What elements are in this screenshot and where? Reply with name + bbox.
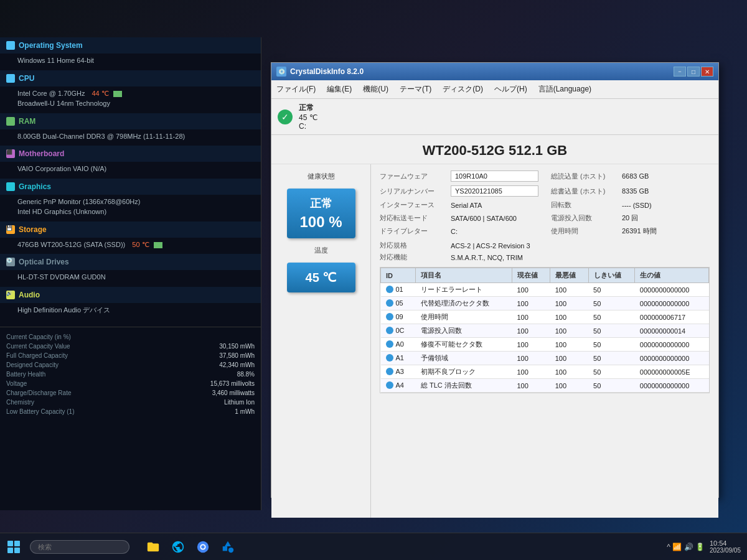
taskbar-search-input[interactable] [30, 540, 129, 554]
audio-icon: 🔊 [6, 291, 15, 299]
menu-bar[interactable]: ファイル(F)編集(E)機能(U)テーマ(T)ディスク(D)ヘルプ(H)言語(L… [271, 80, 718, 99]
ram-value: 8.00GB Dual-Channel DDR3 @ 798MHz (11-11… [0, 129, 261, 144]
taskbar-date: 2023/09/05 [710, 547, 741, 554]
audio-label: Audio [19, 291, 40, 299]
rotation-label: 回転数 [551, 200, 619, 210]
taskbar-app-explorer[interactable] [142, 536, 164, 558]
health-box: 正常 100 % [287, 189, 355, 238]
info-grid: ファームウェア 109R10A0 総読込量 (ホスト) 6683 GB シリアル… [380, 170, 710, 236]
gpu-details: Generic PnP Monitor (1366x768@60Hz) Inte… [0, 195, 261, 219]
battery-row: Current Capacity Value30,150 mWh [0, 342, 261, 351]
smart-col-現在値: 現在値 [512, 268, 550, 283]
firmware-label: ファームウェア [380, 172, 448, 181]
storage-icon: 💾 [6, 225, 15, 234]
taskbar-app-store[interactable] [217, 536, 239, 558]
total-write-label: 総書込量 (ホスト) [551, 187, 619, 196]
gpu-label: Graphics [19, 182, 51, 191]
smart-row: 05代替処理済のセクタ数100100500000000000000 [381, 297, 709, 310]
menu-item-t[interactable]: テーマ(T) [395, 82, 436, 96]
power-on-label: 電源投入回数 [551, 213, 619, 223]
smart-row: A4総 TLC 消去回数100100500000000000000 [381, 379, 709, 393]
status-temp: 45 ℃ [299, 113, 317, 122]
spec-value: ACS-2 | ACS-2 Revision 3 [451, 242, 530, 250]
ram-section-header: ▦ RAM [0, 113, 261, 129]
spec-row: 対応規格 ACS-2 | ACS-2 Revision 3 [380, 241, 710, 250]
smart-table-header-row: ID項目名現在値最悪値しきい値生の値 [381, 268, 709, 283]
smart-row: A1予備領域100100500000000000000 [381, 352, 709, 365]
audio-value: High Definition Audio デバイス [0, 303, 261, 317]
interface-label: インターフェース [380, 200, 448, 210]
usage-time-row: 使用時間 26391 時間 [551, 226, 710, 236]
total-write-value: 8335 GB [622, 187, 649, 195]
status-area: ✓ 正常 45 ℃ C: [271, 99, 718, 135]
audio-section-header: 🔊 Audio [0, 287, 261, 303]
window-title: CrystalDiskInfo 8.2.0 [290, 67, 364, 76]
smart-col-ID: ID [381, 268, 416, 283]
taskbar-app-edge[interactable] [167, 536, 189, 558]
cpu-bar [113, 91, 122, 97]
smart-row: A0修復不可能セクタ数100100500000000000000 [381, 338, 709, 352]
smart-row: 09使用時間10010050000000006717 [381, 310, 709, 324]
battery-row: Charge/Discharge Rate3,460 milliwatts [0, 388, 261, 398]
cpu-details: Intel Core @ 1.70GHz 44 ℃ Broadwell-U 14… [0, 86, 261, 111]
menu-item-u[interactable]: 機能(U) [358, 82, 393, 96]
status-drive-letter: C: [299, 122, 317, 131]
gpu-section-header: 🖱 Graphics [0, 179, 261, 195]
window-titlebar: 💿 CrystalDiskInfo 8.2.0 － □ ✕ [271, 63, 718, 80]
titlebar-controls[interactable]: － □ ✕ [674, 67, 713, 77]
menu-item-e[interactable]: 編集(E) [322, 82, 357, 96]
cpu-icon: ⚙ [6, 74, 15, 83]
menu-item-h[interactable]: ヘルプ(H) [489, 82, 532, 96]
start-button[interactable] [0, 533, 27, 561]
features-label: 対応機能 [380, 253, 448, 262]
power-on-row: 電源投入回数 20 回 [551, 213, 710, 223]
smart-table-body: 01リードエラーレート10010050000000000000005代替処理済の… [381, 283, 709, 393]
features-row: 対応機能 S.M.A.R.T., NCQ, TRIM [380, 253, 710, 262]
menu-item-f[interactable]: ファイル(F) [271, 82, 321, 96]
battery-row: ChemistryLithium Ion [0, 398, 261, 407]
check-icon: ✓ [281, 112, 289, 122]
status-indicator: 正常 [299, 103, 317, 113]
transfer-row: 対応転送モード SATA/600 | SATA/600 [380, 213, 538, 223]
tray-icons: ^ 📶 🔊 🔋 [667, 543, 705, 551]
cpu-temp: 44 ℃ [92, 90, 108, 97]
drive-letter-value: C: [451, 228, 458, 235]
storage-label: Storage [19, 225, 47, 234]
drive-title: WT200-512G 512.1 GB [271, 135, 718, 164]
total-read-value: 6683 GB [622, 172, 649, 180]
firmware-row: ファームウェア 109R10A0 [380, 170, 538, 182]
features-value: S.M.A.R.T., NCQ, TRIM [451, 254, 523, 261]
taskbar-app-chrome[interactable] [192, 536, 214, 558]
ram-label: RAM [19, 117, 35, 126]
minimize-button[interactable]: － [674, 67, 686, 77]
smart-col-生の値: 生の値 [635, 268, 709, 283]
storage-bar [154, 242, 162, 248]
crystal-diskinfo-window[interactable]: 💿 CrystalDiskInfo 8.2.0 － □ ✕ ファイル(F)編集(… [271, 62, 719, 498]
battery-rows: Current Capacity (in %)Current Capacity … [0, 332, 261, 416]
battery-row: Voltage15,673 millivolts [0, 379, 261, 388]
menu-item-d[interactable]: ディスク(D) [438, 82, 488, 96]
health-status: 正常 [299, 196, 343, 211]
serial-row: シリアルナンバー YS2020121085 [380, 185, 538, 197]
main-content: 健康状態 正常 100 % 温度 45 ℃ ファームウェア 109R10A0 総… [271, 164, 718, 518]
transfer-value: SATA/600 | SATA/600 [451, 215, 517, 222]
smart-col-最悪値: 最悪値 [550, 268, 588, 283]
maximize-button[interactable]: □ [687, 67, 700, 77]
rotation-value: ---- (SSD) [622, 202, 652, 209]
os-icon: 🖥 [6, 41, 15, 50]
close-button[interactable]: ✕ [701, 67, 713, 77]
status-circle: ✓ [278, 110, 293, 124]
svg-point-3 [228, 547, 233, 552]
ram-icon: ▦ [6, 117, 15, 126]
spec-label: 対応規格 [380, 241, 448, 250]
serial-value: YS2020121085 [451, 185, 538, 197]
transfer-label: 対応転送モード [380, 213, 448, 223]
smart-row: A3初期不良ブロック10010050000000000005E [381, 365, 709, 379]
app-icon: 💿 [276, 67, 286, 77]
total-write-row: 総書込量 (ホスト) 8335 GB [551, 185, 710, 197]
menu-item-language[interactable]: 言語(Language) [533, 82, 596, 96]
smart-row: 01リードエラーレート100100500000000000000 [381, 283, 709, 297]
optical-value: HL-DT-ST DVDRAM GUD0N [0, 270, 261, 284]
health-percent: 100 % [299, 213, 343, 231]
smart-col-項目名: 項目名 [416, 268, 512, 283]
